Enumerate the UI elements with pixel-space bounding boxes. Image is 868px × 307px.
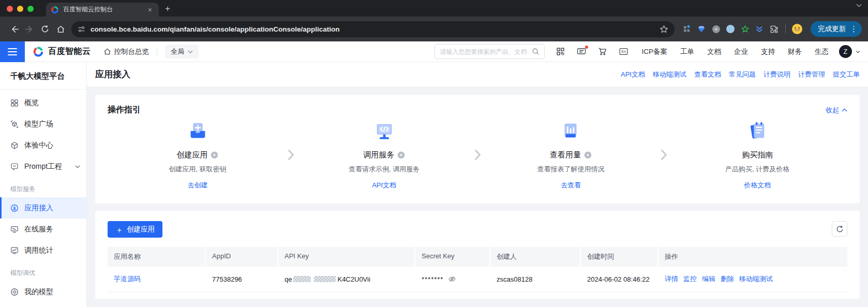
- extension-circle-blue-icon[interactable]: [723, 22, 738, 36]
- tab-search-chevron-icon[interactable]: [856, 4, 862, 7]
- product-search-box[interactable]: [435, 44, 545, 59]
- avatar-caret-icon: [856, 50, 860, 53]
- sidebar-item-call-statistics[interactable]: 调用统计: [0, 240, 86, 261]
- forward-icon[interactable]: [22, 21, 37, 37]
- home-icon[interactable]: [53, 21, 68, 37]
- logo-text: 百度智能云: [48, 46, 91, 57]
- sidebar-item-online-services[interactable]: 在线服务: [0, 218, 86, 240]
- play-video-icon[interactable]: [397, 151, 405, 159]
- nav-item-docs[interactable]: 文档: [707, 47, 721, 56]
- messages-icon[interactable]: [577, 47, 586, 56]
- extension-circle-gray-icon[interactable]: [709, 22, 723, 36]
- step-title: 购买指南: [742, 150, 773, 160]
- reload-icon[interactable]: [37, 21, 53, 37]
- hamburger-menu-button[interactable]: [0, 41, 25, 62]
- nav-item-ecosystem[interactable]: 生态: [815, 47, 829, 56]
- sidebar-item-my-models[interactable]: 我的模型: [0, 281, 86, 302]
- create-app-button[interactable]: ＋ 创建应用: [108, 221, 162, 238]
- language-icon[interactable]: En: [619, 47, 628, 56]
- step-arrow-icon: [661, 149, 667, 160]
- region-selector[interactable]: 全局: [165, 45, 199, 59]
- qr-code-icon[interactable]: [556, 47, 565, 56]
- back-icon[interactable]: [6, 21, 22, 37]
- collapse-button[interactable]: 收起: [826, 106, 847, 115]
- play-video-icon[interactable]: [584, 151, 592, 159]
- window-close-button[interactable]: [7, 6, 13, 12]
- url-text[interactable]: console.bce.baidu.com/qianfan/ais/consol…: [91, 25, 660, 33]
- nav-item-enterprise[interactable]: 企业: [734, 47, 748, 56]
- sidebar-item-model-plaza[interactable]: 模型广场: [0, 113, 86, 135]
- window-zoom-button[interactable]: [27, 6, 34, 12]
- link-submit-ticket[interactable]: 提交工单: [833, 70, 860, 79]
- extension-grid-icon[interactable]: [680, 22, 694, 36]
- extension-gem-icon[interactable]: [694, 22, 709, 36]
- application-table: 应用名称 AppID API Key Secret Key 创建人 创建时间 操…: [108, 247, 847, 292]
- step-title: 查看用量: [550, 150, 581, 160]
- extension-star-green-icon[interactable]: [738, 22, 752, 36]
- play-video-icon[interactable]: [211, 151, 218, 159]
- browser-tab[interactable]: 百度智能云控制台 ×: [46, 3, 159, 17]
- action-delete[interactable]: 删除: [721, 274, 734, 284]
- extensions-puzzle-icon[interactable]: [767, 22, 781, 36]
- page-title: 应用接入: [95, 68, 130, 80]
- window-minimize-button[interactable]: [17, 6, 23, 12]
- console-overview-link[interactable]: 控制台总览: [103, 47, 149, 56]
- link-billing-mgmt[interactable]: 计费管理: [798, 70, 825, 79]
- app-name-link[interactable]: 芋道源码: [114, 274, 141, 284]
- target-icon: [10, 288, 19, 296]
- row-actions: 详情 监控 编辑 删除 移动端测试: [659, 267, 847, 291]
- step-link-api-docs[interactable]: API文档: [372, 181, 396, 190]
- nav-item-icp[interactable]: ICP备案: [641, 47, 667, 56]
- step-link-create[interactable]: 去创建: [187, 181, 207, 190]
- link-mobile-test[interactable]: 移动端测试: [653, 70, 686, 79]
- link-faq[interactable]: 常见问题: [729, 70, 756, 79]
- sidebar-item-experience-center[interactable]: 体验中心: [0, 135, 86, 156]
- profile-avatar-emoji[interactable]: [790, 22, 804, 36]
- link-api-docs[interactable]: API文档: [621, 70, 645, 79]
- extension-chevrons-icon[interactable]: [752, 22, 767, 36]
- eye-off-icon[interactable]: [448, 275, 456, 283]
- operation-guide-card: 操作指引 收起: [95, 95, 860, 203]
- link-billing-info[interactable]: 计费说明: [764, 70, 790, 79]
- secret-key-mask: *******: [422, 275, 443, 283]
- api-key-redacted: [314, 276, 336, 282]
- col-api-key: API Key: [278, 247, 415, 267]
- action-details[interactable]: 详情: [665, 274, 678, 284]
- search-input[interactable]: [440, 48, 532, 55]
- action-monitor[interactable]: 监控: [683, 274, 697, 284]
- new-tab-button[interactable]: +: [165, 4, 170, 14]
- link-view-docs[interactable]: 查看文档: [694, 70, 721, 79]
- user-avatar[interactable]: Z: [839, 45, 852, 58]
- col-secret-key: Secret Key: [415, 247, 490, 267]
- sidebar-item-app-access[interactable]: 应用接入: [0, 197, 86, 218]
- console-header: 百度智能云 控制台总览 全局 En ICP备案 工单: [0, 41, 868, 62]
- sidebar-item-prompt-engineering[interactable]: Prompt工程: [0, 156, 86, 177]
- user-menu[interactable]: Z: [839, 45, 860, 58]
- nav-item-support[interactable]: 支持: [761, 47, 775, 56]
- sidebar-item-overview[interactable]: 概览: [0, 92, 86, 113]
- sidebar-item-label: 体验中心: [24, 141, 53, 150]
- step-link-pricing-docs[interactable]: 价格文档: [744, 181, 771, 190]
- update-button[interactable]: 完成更新 ⋮: [811, 21, 862, 37]
- nav-item-tickets[interactable]: 工单: [680, 47, 694, 56]
- nav-item-finance[interactable]: 财务: [788, 47, 802, 56]
- buy-guide-icon: [745, 120, 769, 143]
- address-bar[interactable]: console.bce.baidu.com/qianfan/ais/consol…: [71, 21, 675, 37]
- baidu-cloud-logo[interactable]: 百度智能云: [33, 46, 91, 57]
- col-app-id: AppID: [206, 247, 278, 267]
- kebab-menu-icon[interactable]: ⋮: [850, 24, 858, 34]
- action-mobile-test[interactable]: 移动端测试: [739, 274, 773, 284]
- refresh-icon: [836, 225, 844, 233]
- created-at-value: 2024-06-02 08:46:22: [581, 267, 659, 291]
- baidu-cloud-logo-icon: [33, 46, 44, 57]
- cart-icon[interactable]: [598, 47, 607, 56]
- bookmark-star-icon[interactable]: [660, 25, 668, 34]
- tab-close-icon[interactable]: ×: [146, 5, 154, 14]
- api-key-suffix: K4C2U0Vii: [337, 275, 370, 283]
- action-edit[interactable]: 编辑: [702, 274, 715, 284]
- search-icon[interactable]: [532, 48, 540, 55]
- refresh-button[interactable]: [832, 221, 847, 237]
- site-settings-icon[interactable]: [78, 25, 85, 33]
- step-link-view-usage[interactable]: 去查看: [561, 181, 581, 190]
- window-controls: [7, 6, 34, 12]
